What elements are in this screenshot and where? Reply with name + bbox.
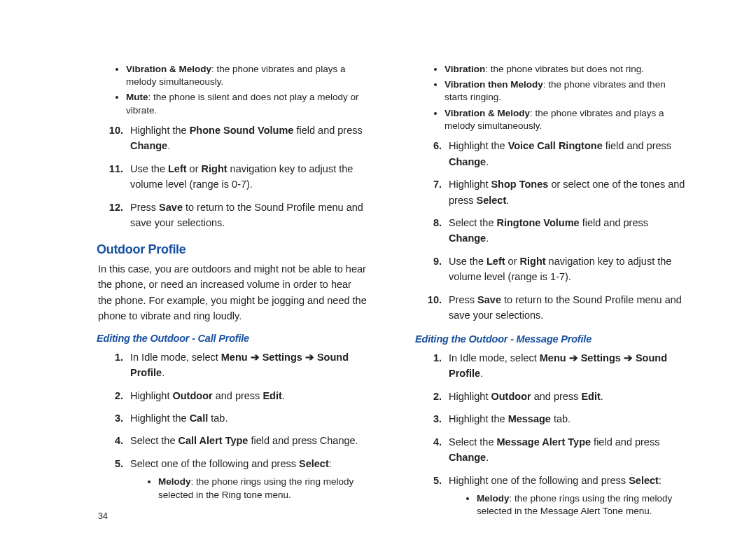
bullet-item: Vibration & Melody: the phone vibrates a… bbox=[126, 63, 368, 88]
step: Press Save to return to the Sound Profil… bbox=[126, 200, 368, 231]
bullet-item: Vibration & Melody: the phone vibrates a… bbox=[444, 107, 686, 132]
bullet-item: Vibration: the phone vibrates but does n… bbox=[444, 63, 686, 76]
bullet-item: Vibration then Melody: the phone vibrate… bbox=[444, 78, 686, 104]
step: Use the Left or Right navigation key to … bbox=[444, 254, 686, 285]
bullet-list: Melody: the phone rings using the ring m… bbox=[449, 492, 686, 518]
step: Select the Call Alert Type field and pre… bbox=[126, 433, 368, 448]
bullet-list: Vibration & Melody: the phone vibrates a… bbox=[98, 63, 368, 117]
bullet-list: Vibration: the phone vibrates but does n… bbox=[416, 63, 686, 132]
step: Press Save to return to the Sound Profil… bbox=[444, 292, 686, 324]
intro-text: In this case, you are outdoors and might… bbox=[98, 261, 368, 324]
step: Highlight Outdoor and press Edit. bbox=[444, 389, 686, 404]
step: Select the Ringtone Volume field and pre… bbox=[444, 215, 686, 247]
bullet-item: Melody: the phone rings using the ring m… bbox=[477, 492, 686, 518]
steps-list: In Idle mode, select Menu ➔ Settings ➔ S… bbox=[416, 350, 686, 518]
page: Vibration & Melody: the phone vibrates a… bbox=[0, 0, 756, 540]
section-heading: Outdoor Profile bbox=[97, 242, 368, 257]
sub-heading: Editing the Outdoor - Call Profile bbox=[97, 333, 368, 344]
step: Highlight Shop Tones or select one of th… bbox=[444, 176, 686, 208]
step: In Idle mode, select Menu ➔ Settings ➔ S… bbox=[126, 349, 368, 381]
step: Highlight the Message tab. bbox=[444, 411, 686, 427]
step: Use the Left or Right navigation key to … bbox=[126, 161, 368, 193]
step: Highlight one of the following and press… bbox=[444, 473, 686, 518]
step: Highlight Outdoor and press Edit. bbox=[126, 388, 368, 403]
steps-list: Highlight the Voice Call Ringtone field … bbox=[416, 138, 686, 324]
step: Select one of the following and press Se… bbox=[126, 456, 368, 501]
step: Highlight the Call tab. bbox=[126, 410, 368, 426]
sub-heading: Editing the Outdoor - Message Profile bbox=[415, 333, 686, 345]
steps-list: In Idle mode, select Menu ➔ Settings ➔ S… bbox=[98, 349, 368, 501]
bullet-item: Melody: the phone rings using the ring m… bbox=[158, 476, 368, 501]
step: Select the Message Alert Type field and … bbox=[444, 434, 686, 466]
right-column: Vibration: the phone vibrates but does n… bbox=[402, 63, 728, 528]
step: Highlight the Phone Sound Volume field a… bbox=[126, 123, 368, 154]
bullet-item: Mute: the phone is silent and does not p… bbox=[126, 91, 368, 116]
bullet-list: Melody: the phone rings using the ring m… bbox=[130, 476, 368, 501]
step: Highlight the Voice Call Ringtone field … bbox=[444, 138, 686, 169]
step: In Idle mode, select Menu ➔ Settings ➔ S… bbox=[444, 350, 686, 382]
steps-list: Highlight the Phone Sound Volume field a… bbox=[98, 123, 368, 231]
left-column: Vibration & Melody: the phone vibrates a… bbox=[28, 63, 382, 528]
page-number: 34 bbox=[98, 511, 368, 521]
